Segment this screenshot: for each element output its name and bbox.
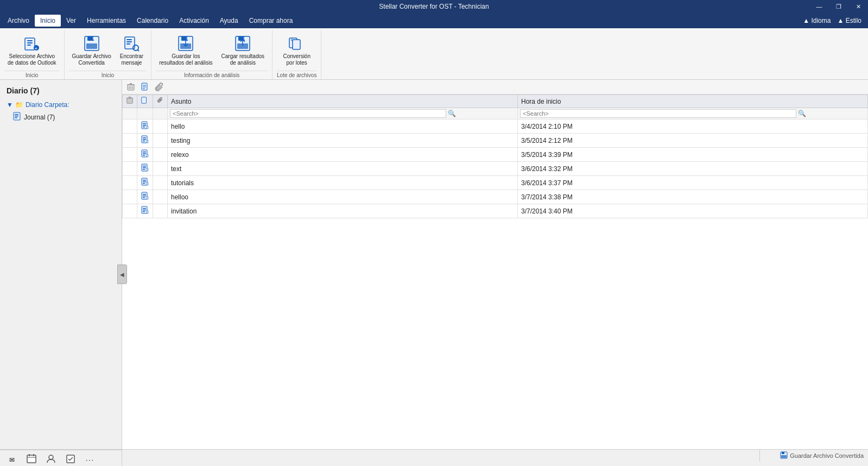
svg-rect-70 (143, 183, 145, 184)
col-doc-header (137, 95, 153, 108)
table-row[interactable]: hello 3/4/2014 2:10 PM (123, 119, 868, 134)
table-row[interactable]: invitation 3/7/2014 3:40 PM (123, 204, 868, 218)
menu-activacion[interactable]: Activación (174, 15, 214, 27)
row-starttime: 3/6/2014 3:32 PM (518, 162, 868, 176)
table-row[interactable]: tutorials 3/6/2014 3:37 PM (123, 176, 868, 190)
save-converted-button[interactable]: Guardar ArchivoConvertida (69, 33, 115, 68)
row-subject: relexo (168, 148, 518, 162)
svg-rect-19 (187, 37, 189, 40)
svg-rect-48 (143, 123, 146, 124)
save-analysis-icon (177, 35, 194, 52)
new-toolbar-button[interactable] (138, 81, 151, 93)
row-attach-cell (153, 162, 168, 176)
row-attach-cell (153, 119, 168, 134)
svg-marker-56 (147, 140, 148, 143)
row-starttime: 3/6/2014 3:37 PM (518, 176, 868, 190)
row-icon-cell (137, 119, 153, 134)
table-row[interactable]: text 3/6/2014 3:32 PM (123, 162, 868, 176)
row-icon-cell (137, 204, 153, 218)
estilo-button[interactable]: ▲ Estilo (837, 17, 861, 24)
svg-rect-78 (143, 208, 146, 209)
nav-tasks-button[interactable] (63, 452, 78, 467)
svg-rect-90 (781, 455, 787, 458)
ribbon-group-batch-label: Lote de archivos (277, 71, 316, 78)
folder-icon: 📁 (15, 101, 23, 109)
table-row[interactable]: helloo 3/7/2014 3:38 PM (123, 190, 868, 204)
svg-rect-0 (25, 38, 35, 50)
col-subject-header[interactable]: Asunto (168, 95, 518, 108)
bottom-nav: ✉ ··· (0, 450, 122, 466)
attach-toolbar-button[interactable] (153, 81, 166, 93)
svg-rect-65 (143, 169, 145, 170)
menu-bar: Archivo Inicio Ver Herramientas Calendar… (0, 13, 868, 28)
collapse-icon: ◀ (120, 272, 124, 278)
svg-rect-1 (27, 40, 33, 41)
col-attach-header (153, 95, 168, 108)
sidebar-folder-diario[interactable]: ▼ 📁 Diario Carpeta: (2, 99, 119, 110)
table-row[interactable]: testing 3/5/2014 2:12 PM (123, 134, 868, 148)
nav-mail-button[interactable]: ✉ (4, 452, 20, 467)
sidebar-item-journal-label: Journal (7) (24, 114, 55, 121)
row-delete-cell (123, 134, 137, 148)
close-button[interactable]: ✕ (848, 0, 868, 13)
row-subject: invitation (168, 204, 518, 218)
table-row[interactable]: relexo 3/5/2014 3:39 PM (123, 148, 868, 162)
save-icon-status (780, 451, 788, 460)
menu-archivo[interactable]: Archivo (2, 15, 35, 27)
menu-ayuda[interactable]: Ayuda (214, 15, 244, 27)
svg-rect-59 (143, 153, 146, 154)
svg-rect-24 (244, 37, 246, 40)
starttime-search-input[interactable] (520, 109, 796, 118)
find-message-button[interactable]: Encontrarmensaje (117, 33, 147, 68)
row-subject: text (168, 162, 518, 176)
find-message-icon (123, 35, 140, 52)
ribbon-group-batch-content: Conversiónpor lotes (280, 33, 314, 68)
menu-calendario[interactable]: Calendario (131, 15, 174, 27)
svg-rect-74 (143, 196, 146, 197)
nav-calendar-button[interactable] (24, 452, 39, 467)
calendar-icon (27, 454, 36, 465)
ribbon-group-inicio2-content: Guardar ArchivoConvertida Encontrarmensa… (69, 33, 147, 68)
sidebar-collapse-button[interactable]: ◀ (117, 265, 127, 284)
svg-rect-54 (143, 139, 146, 140)
batch-convert-button[interactable]: Conversiónpor lotes (280, 33, 314, 68)
batch-convert-icon (288, 35, 306, 52)
row-attach-cell (153, 204, 168, 218)
table-toolbar (122, 80, 868, 95)
menu-ver[interactable]: Ver (61, 15, 81, 27)
spacer (122, 450, 759, 466)
svg-rect-49 (143, 125, 146, 126)
svg-rect-13 (126, 43, 130, 45)
subject-search-icon: 🔍 (448, 110, 456, 117)
nav-contacts-button[interactable] (43, 452, 59, 467)
ribbon-group-inicio-content: + Seleccione Archivode datos de Outlook (4, 33, 60, 68)
col-starttime-header[interactable]: Hora de inicio (518, 95, 868, 108)
svg-marker-81 (147, 211, 148, 213)
menu-herramientas[interactable]: Herramientas (81, 15, 131, 27)
nav-more-button[interactable]: ··· (83, 452, 98, 467)
save-analysis-button[interactable]: Guardar losresultados del análisis (156, 33, 216, 68)
sidebar: Diario (7) ▼ 📁 Diario Carpeta: Journal (… (0, 80, 122, 449)
select-file-button[interactable]: + Seleccione Archivode datos de Outlook (4, 33, 60, 68)
window-controls: — ❐ ✕ (809, 0, 868, 13)
menu-inicio[interactable]: Inicio (35, 15, 61, 27)
ribbon-group-analysis-content: Guardar losresultados del análisis Carga… (156, 33, 268, 68)
svg-marker-61 (147, 154, 148, 157)
svg-rect-75 (143, 197, 145, 198)
subject-search-input[interactable] (170, 109, 446, 118)
idioma-button[interactable]: ▲ Idioma (803, 17, 831, 24)
svg-marker-51 (147, 126, 148, 129)
svg-line-15 (138, 50, 140, 52)
delete-toolbar-button[interactable] (124, 81, 137, 93)
tasks-icon (66, 454, 75, 465)
sidebar-item-journal[interactable]: Journal (7) (2, 110, 119, 124)
select-file-icon: + (23, 35, 41, 52)
ribbon-group-inicio2-label: Inicio (69, 71, 147, 78)
menu-comprar[interactable]: Comprar ahora (244, 15, 299, 27)
restore-button[interactable]: ❐ (829, 0, 848, 13)
load-analysis-button[interactable]: Cargar resultadosde análisis (218, 33, 268, 68)
main-area: Diario (7) ▼ 📁 Diario Carpeta: Journal (… (0, 80, 868, 449)
minimize-button[interactable]: — (809, 0, 829, 13)
svg-rect-9 (93, 37, 95, 40)
row-subject: hello (168, 119, 518, 134)
